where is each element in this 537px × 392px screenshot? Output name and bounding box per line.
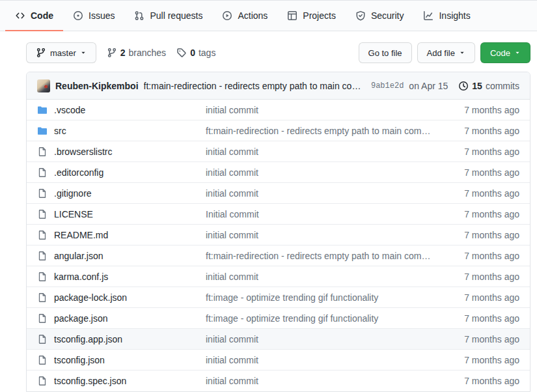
file-commit-age: 7 months ago [441, 230, 519, 240]
tab-label: Projects [303, 10, 336, 21]
file-icon [37, 376, 48, 386]
file-name-link[interactable]: src [54, 126, 199, 136]
branch-selector-button[interactable]: master [26, 42, 96, 63]
commit-hash-link[interactable]: 9ab1e2d [371, 81, 404, 91]
tags-link[interactable]: 0 tags [176, 48, 215, 58]
file-row: package-lock.jsonft:image - optimize tre… [27, 287, 530, 308]
commits-label: commits [486, 81, 519, 91]
folder-icon [37, 126, 48, 136]
file-name-link[interactable]: .gitignore [54, 188, 199, 199]
file-icon [37, 334, 48, 344]
file-icon [37, 251, 48, 261]
avatar[interactable] [37, 79, 50, 92]
commit-history-link[interactable]: 15 commits [458, 81, 519, 91]
file-name-link[interactable]: package.json [54, 313, 199, 324]
file-commit-message-link[interactable]: initial commit [206, 105, 435, 115]
file-commit-message-link[interactable]: initial commit [206, 355, 435, 365]
tab-actions[interactable]: Actions [212, 1, 277, 31]
file-commit-message-link[interactable]: Initial commit [206, 209, 435, 219]
tab-label: Insights [439, 10, 470, 21]
commit-message-link[interactable]: ft:main-redirection - redirects empty pa… [144, 81, 366, 91]
tab-label: Code [31, 10, 53, 21]
commit-author-link[interactable]: Reuben-Kipkemboi [55, 81, 139, 91]
file-commit-message-link[interactable]: ft:image - optimize trending gif functio… [206, 292, 435, 303]
history-icon [458, 81, 469, 91]
branches-label: branches [129, 48, 167, 58]
file-name-link[interactable]: package-lock.json [54, 292, 199, 303]
file-name-link[interactable]: LICENSE [54, 209, 199, 219]
tab-pull-requests[interactable]: Pull requests [124, 1, 212, 31]
repo-toolbar: master 2 branches 0 tags Go to file Add … [26, 42, 530, 63]
tab-security[interactable]: Security [346, 1, 414, 31]
add-file-button[interactable]: Add file [417, 42, 475, 63]
pull-request-icon [134, 10, 145, 21]
tag-icon [176, 48, 187, 58]
file-commit-message-link[interactable]: ft:main-redirection - redirects empty pa… [206, 126, 435, 136]
graph-icon [423, 10, 434, 21]
file-listing-box: Reuben-Kipkemboi ft:main-redirection - r… [26, 72, 530, 392]
tab-label: Issues [89, 10, 115, 21]
file-name-link[interactable]: .vscode [54, 105, 199, 115]
toolbar-left: master 2 branches 0 tags [26, 42, 215, 63]
file-commit-message-link[interactable]: initial commit [206, 167, 435, 178]
branch-selector-label: master [50, 48, 76, 58]
file-commit-age: 7 months ago [441, 272, 519, 282]
file-commit-age: 7 months ago [441, 105, 519, 115]
commit-meta: 9ab1e2d on Apr 15 15 commits [371, 81, 519, 91]
tab-insights[interactable]: Insights [413, 1, 480, 31]
file-name-link[interactable]: README.md [54, 230, 199, 240]
tab-code[interactable]: Code [5, 1, 63, 31]
file-row: .gitignoreinitial commit7 months ago [27, 183, 530, 204]
file-icon [37, 292, 48, 303]
file-commit-message-link[interactable]: ft:image - optimize trending gif functio… [206, 313, 435, 324]
file-name-link[interactable]: angular.json [54, 251, 199, 261]
folder-icon [37, 105, 48, 115]
tab-issues[interactable]: Issues [63, 1, 124, 31]
file-icon [37, 313, 48, 324]
file-commit-message-link[interactable]: ft:main-redirection - redirects empty pa… [206, 251, 435, 261]
file-row: karma.conf.jsinitial commit7 months ago [27, 266, 530, 287]
file-commit-message-link[interactable]: initial commit [206, 230, 435, 240]
code-button-label: Code [490, 48, 510, 58]
file-rows: .vscodeinitial commit7 months agosrcft:m… [27, 100, 530, 391]
file-row: package.jsonft:image - optimize trending… [27, 308, 530, 329]
tab-projects[interactable]: Projects [277, 1, 346, 31]
file-name-link[interactable]: tsconfig.json [54, 355, 199, 365]
file-commit-message-link[interactable]: initial commit [206, 147, 435, 157]
file-commit-age: 7 months ago [441, 376, 519, 386]
file-name-link[interactable]: .editorconfig [54, 167, 199, 178]
file-name-link[interactable]: .browserslistrc [54, 147, 199, 157]
file-row: .vscodeinitial commit7 months ago [27, 100, 530, 120]
chevron-down-icon [80, 49, 87, 56]
commit-date: on Apr 15 [409, 81, 448, 91]
file-commit-age: 7 months ago [441, 334, 519, 344]
code-download-button[interactable]: Code [480, 42, 530, 63]
branches-count: 2 [120, 48, 126, 58]
file-name-link[interactable]: karma.conf.js [54, 272, 199, 282]
file-icon [37, 167, 48, 178]
file-commit-message-link[interactable]: initial commit [206, 188, 435, 199]
chevron-down-icon [459, 49, 465, 56]
file-commit-message-link[interactable]: initial commit [206, 334, 435, 344]
file-row: angular.jsonft:main-redirection - redire… [27, 245, 530, 266]
file-icon [37, 272, 48, 282]
file-row: .editorconfiginitial commit7 months ago [27, 162, 530, 183]
file-name-link[interactable]: tsconfig.app.json [54, 334, 199, 344]
go-to-file-button[interactable]: Go to file [359, 42, 412, 63]
file-commit-message-link[interactable]: initial commit [206, 376, 435, 386]
file-commit-message-link[interactable]: initial commit [206, 272, 435, 282]
file-commit-age: 7 months ago [441, 209, 519, 219]
add-file-label: Add file [427, 48, 455, 58]
file-icon [37, 355, 48, 365]
tags-count: 0 [190, 48, 195, 58]
tab-label: Security [371, 10, 404, 21]
file-row: README.mdinitial commit7 months ago [27, 225, 530, 245]
file-commit-age: 7 months ago [441, 126, 519, 136]
code-icon [15, 10, 25, 21]
file-icon [37, 188, 48, 199]
branches-link[interactable]: 2 branches [107, 48, 166, 58]
file-row: LICENSEInitial commit7 months ago [27, 204, 530, 225]
tab-label: Pull requests [150, 10, 202, 21]
file-name-link[interactable]: tsconfig.spec.json [54, 376, 199, 386]
repo-nav: CodeIssuesPull requestsActionsProjectsSe… [0, 0, 537, 31]
